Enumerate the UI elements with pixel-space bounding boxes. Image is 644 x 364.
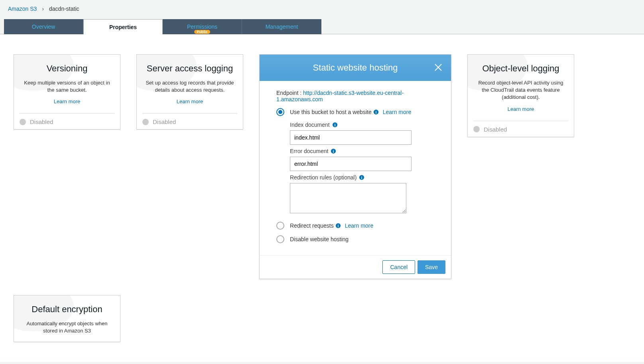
tab-permissions-label: Permissions [187,24,217,30]
breadcrumb-current: dacdn-static [49,6,79,12]
card-versioning-status: Disabled [20,113,114,125]
tab-overview[interactable]: Overview [4,19,83,34]
tab-management-label: Management [266,24,298,30]
card-versioning[interactable]: Versioning Keep multiple versions of an … [14,54,120,130]
svg-text:i: i [334,123,335,127]
save-button[interactable]: Save [418,260,445,274]
close-icon[interactable] [433,63,443,72]
tab-properties[interactable]: Properties [83,19,163,34]
tab-management[interactable]: Management [242,19,321,34]
status-dot-icon [20,119,26,125]
chevron-right-icon: › [42,6,44,12]
endpoint-label: Endpoint : [276,90,303,96]
card-logging-desc: Set up access log records that provide d… [142,79,237,94]
card-encryption-title: Default encryption [32,304,102,315]
radio-disable-label: Disable website hosting [290,236,349,242]
radio-disable-hosting[interactable]: Disable website hosting [276,235,434,243]
card-objectlog-title: Object-level logging [482,63,559,74]
svg-text:i: i [361,175,362,180]
card-default-encryption[interactable]: Default encryption Automatically encrypt… [14,295,120,342]
redirection-rules-textarea[interactable] [290,183,406,213]
tab-properties-label: Properties [109,24,137,30]
radio-redirect-requests[interactable]: Redirect requests i Learn more [276,222,434,230]
status-dot-icon [142,119,149,125]
error-document-label: Error document i [290,148,434,154]
radio-redirect-label: Redirect requests [290,222,334,229]
card-objectlog-status: Disabled [473,121,568,133]
learn-more-link[interactable]: Learn more [508,106,534,112]
radio-icon-unselected [276,235,284,243]
radio-use-bucket-label: Use this bucket to host a website [290,109,372,115]
svg-text:i: i [375,110,376,114]
card-versioning-desc: Keep multiple versions of an object in t… [20,79,114,94]
radio-use-bucket[interactable]: Use this bucket to host a website i Lear… [276,108,434,116]
info-icon[interactable]: i [335,223,341,228]
info-icon[interactable]: i [373,109,379,115]
learn-more-link[interactable]: Learn more [177,98,203,104]
public-badge: Public [194,30,210,34]
learn-more-link[interactable]: Learn more [345,222,374,229]
endpoint-row: Endpoint : http://dacdn-static.s3-websit… [276,90,434,102]
card-object-logging[interactable]: Object-level logging Record object-level… [467,54,574,137]
card-objectlog-desc: Record object-level API activity using t… [473,79,568,101]
static-hosting-header: Static website hosting [260,55,451,81]
card-server-logging[interactable]: Server access logging Set up access log … [136,54,243,130]
card-logging-status: Disabled [142,113,237,125]
tabs-bar: Overview Properties Permissions Public M… [4,19,644,34]
card-encryption-desc: Automatically encrypt objects when store… [20,320,114,334]
index-document-input[interactable] [290,130,412,145]
static-hosting-title: Static website hosting [313,63,398,73]
status-text: Disabled [30,118,53,125]
learn-more-link[interactable]: Learn more [54,98,80,104]
card-versioning-title: Versioning [47,63,88,74]
info-icon[interactable]: i [331,148,336,154]
redirection-rules-label: Redirection rules (optional) i [290,174,434,181]
status-text: Disabled [484,126,507,133]
info-icon[interactable]: i [332,122,338,128]
index-document-label: Index document i [290,122,434,128]
tab-permissions[interactable]: Permissions Public [163,19,242,34]
card-logging-title: Server access logging [147,63,233,74]
learn-more-link[interactable]: Learn more [383,109,412,115]
breadcrumb: Amazon S3 › dacdn-static [0,0,644,18]
cancel-button[interactable]: Cancel [382,260,415,274]
svg-text:i: i [337,224,339,228]
radio-icon-unselected [276,222,284,230]
radio-icon-selected [276,108,284,116]
info-icon[interactable]: i [359,175,364,180]
card-static-hosting: Static website hosting Endpoint : http:/… [259,54,451,279]
breadcrumb-root-link[interactable]: Amazon S3 [8,6,37,12]
status-dot-icon [473,126,480,132]
svg-text:i: i [333,149,334,153]
error-document-input[interactable] [290,157,412,171]
status-text: Disabled [153,118,176,125]
tab-overview-label: Overview [32,24,55,30]
